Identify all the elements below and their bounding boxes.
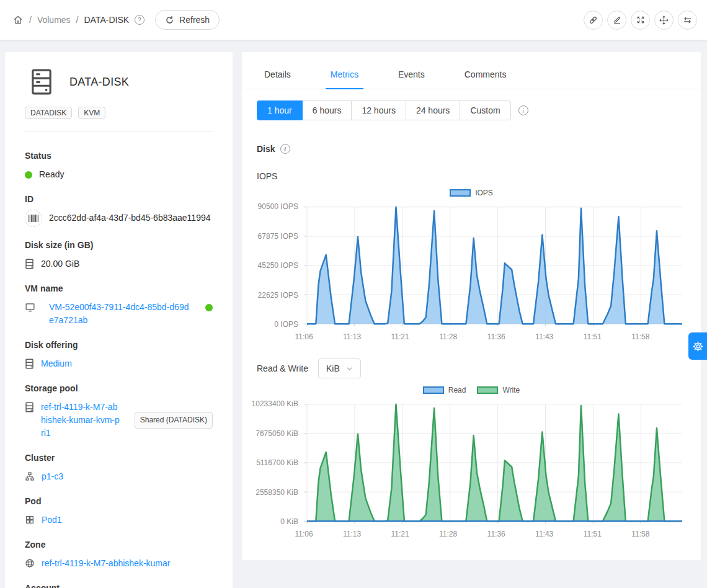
iops-y-axis: 90500 IOPS67875 IOPS45250 IOPS22625 IOPS… <box>257 200 304 330</box>
gear-icon <box>692 341 704 352</box>
breadcrumb-volumes[interactable]: Volumes <box>37 15 71 25</box>
breadcrumb-separator: / <box>76 15 79 25</box>
tab-metrics[interactable]: Metrics <box>331 65 358 89</box>
move-volume-button[interactable] <box>654 11 674 30</box>
volume-detail-panel: Details Metrics Events Comments 1 hour 6… <box>242 52 701 560</box>
range-1-hour[interactable]: 1 hour <box>257 100 303 120</box>
iops-x-axis: 11:0611:1311:2111:2811:3611:4311:5111:58 <box>304 330 686 344</box>
time-range-group: 1 hour 6 hours 12 hours 24 hours Custom <box>257 100 511 120</box>
write-legend-swatch[interactable] <box>477 386 498 394</box>
volume-type-tag: DATADISK <box>25 107 72 119</box>
field-vm-name: VM name VM-52e00f43-7911-4dc4-85bd-d69de… <box>25 283 213 327</box>
zone-link[interactable]: ref-trl-4119-k-M7-abhishek-kumar <box>42 557 170 570</box>
range-6-hours[interactable]: 6 hours <box>302 100 352 120</box>
field-disk-size: Disk size (in GB) 20.00 GiB <box>25 240 213 270</box>
field-account: Account admin <box>25 583 213 588</box>
range-12-hours[interactable]: 12 hours <box>351 100 406 120</box>
read-legend-swatch[interactable] <box>423 386 444 394</box>
rw-x-axis: 11:0611:1311:2111:2811:3611:4311:5111:58 <box>304 527 686 541</box>
field-storage-pool: Storage pool ref-trl-4119-k-M7-abhishek-… <box>25 383 213 440</box>
home-icon[interactable] <box>12 14 24 25</box>
detail-tabs: Details Metrics Events Comments <box>242 52 701 89</box>
resize-volume-button[interactable] <box>631 11 650 30</box>
cluster-link[interactable]: p1-c3 <box>42 470 63 483</box>
expand-arrows-icon <box>636 15 646 25</box>
vm-name-link[interactable]: VM-52e00f43-7911-4dc4-85bd-d69de7a721ab <box>49 301 193 327</box>
iops-chart: IOPS 90500 IOPS67875 IOPS45250 IOPS22625… <box>242 181 701 344</box>
attach-volume-button[interactable] <box>584 11 603 30</box>
tab-details[interactable]: Details <box>264 65 291 89</box>
rw-chart: Read Write 10233400 KiB7675050 KiB511670… <box>242 378 701 541</box>
field-status: Status Ready <box>25 151 213 181</box>
rw-y-axis: 10233400 KiB7675050 KiB5116700 KiB255835… <box>257 398 304 527</box>
iops-legend-swatch[interactable] <box>450 189 471 197</box>
rw-chart-title: Read & Write <box>257 363 308 373</box>
status-dot-icon <box>25 171 32 179</box>
hdd-icon <box>25 359 34 369</box>
move-arrows-icon <box>659 15 669 25</box>
breadcrumb: / Volumes / DATA-DISK Refresh <box>12 10 220 30</box>
range-custom[interactable]: Custom <box>460 100 510 120</box>
storage-pool-link[interactable]: ref-trl-4119-k-M7-abhishek-kumar-kvm-pri… <box>41 401 120 440</box>
volume-summary-panel: DATA-DISK DATADISK KVM Status Ready ID 2… <box>5 52 233 588</box>
iops-chart-title: IOPS <box>242 154 701 181</box>
status-value: Ready <box>39 168 64 181</box>
info-icon[interactable] <box>280 144 290 154</box>
link-icon <box>588 15 598 25</box>
field-cluster: Cluster p1-c3 <box>25 453 213 483</box>
hdd-icon <box>25 259 34 269</box>
volume-id-value: 2ccc62dd-af4a-43d7-bd45-6b83aae11994 <box>49 212 211 225</box>
migrate-volume-button[interactable] <box>678 11 697 30</box>
info-icon[interactable] <box>518 105 528 115</box>
hypervisor-tag: KVM <box>78 107 105 119</box>
chevron-down-icon <box>346 365 353 372</box>
barcode-icon <box>25 210 42 227</box>
disk-section-title: Disk <box>257 144 275 154</box>
pod-grid-icon <box>25 515 35 525</box>
disk-size-value: 20.00 GiB <box>41 257 79 270</box>
iops-plot-area[interactable] <box>304 200 683 330</box>
cluster-icon <box>25 471 35 481</box>
iops-legend: IOPS <box>257 189 686 197</box>
rw-legend: Read Write <box>257 386 686 394</box>
breadcrumb-separator: / <box>29 15 32 25</box>
field-pod: Pod Pod1 <box>25 496 213 527</box>
reload-icon <box>165 16 174 25</box>
volume-actions <box>584 11 697 30</box>
breadcrumb-current: DATA-DISK <box>84 15 129 25</box>
edit-volume-button[interactable] <box>607 11 626 30</box>
help-icon[interactable] <box>135 15 145 25</box>
unit-select[interactable]: KiB <box>318 359 361 378</box>
hdd-icon <box>25 402 34 412</box>
disk-offering-link[interactable]: Medium <box>41 357 72 370</box>
volume-hdd-icon <box>30 68 53 96</box>
zone-globe-icon <box>25 558 35 568</box>
vm-monitor-icon <box>25 302 35 313</box>
tab-comments[interactable]: Comments <box>465 65 507 89</box>
rw-plot-area[interactable] <box>304 398 683 527</box>
field-zone: Zone ref-trl-4119-k-M7-abhishek-kumar <box>25 540 213 570</box>
vm-status-dot-icon <box>205 304 213 311</box>
refresh-button[interactable]: Refresh <box>155 10 220 30</box>
storage-pool-scope-tag: Shared (DATADISK) <box>135 412 213 429</box>
pod-link[interactable]: Pod1 <box>42 514 62 527</box>
tab-events[interactable]: Events <box>398 65 425 89</box>
swap-arrows-icon <box>682 15 693 25</box>
range-24-hours[interactable]: 24 hours <box>406 100 460 120</box>
settings-fab-button[interactable] <box>688 332 707 360</box>
topbar: / Volumes / DATA-DISK Refresh <box>0 0 707 40</box>
time-range-row: 1 hour 6 hours 12 hours 24 hours Custom <box>242 89 701 120</box>
field-id: ID 2ccc62dd-af4a-43d7-bd45-6b83aae11994 <box>25 194 213 227</box>
field-disk-offering: Disk offering Medium <box>25 340 213 370</box>
edit-pencil-icon <box>612 15 622 25</box>
volume-title: DATA-DISK <box>69 76 129 89</box>
